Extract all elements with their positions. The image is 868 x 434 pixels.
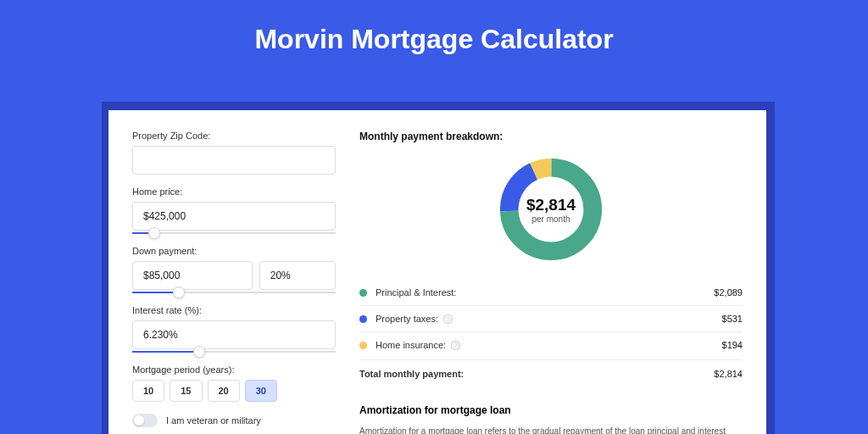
- legend-row: Principal & Interest:$2,089: [359, 280, 743, 306]
- page-title: Morvin Mortgage Calculator: [0, 0, 868, 72]
- info-icon[interactable]: ?: [443, 314, 453, 324]
- total-label: Total monthly payment:: [359, 369, 714, 379]
- slider-fill: [132, 292, 173, 293]
- legend-label: Property taxes:?: [376, 314, 722, 324]
- down-payment-field: Down payment:: [132, 246, 336, 293]
- interest-input[interactable]: [132, 320, 336, 349]
- down-payment-slider[interactable]: [132, 292, 336, 293]
- legend-dot: [359, 342, 367, 349]
- interest-label: Interest rate (%):: [132, 305, 336, 315]
- down-payment-pct-input[interactable]: [259, 261, 336, 290]
- home-price-input[interactable]: [132, 202, 336, 231]
- donut-wrap: $2,814 per month: [359, 154, 743, 264]
- interest-field: Interest rate (%):: [132, 305, 336, 353]
- veteran-toggle[interactable]: [132, 414, 158, 427]
- breakdown-column: Monthly payment breakdown: $2,814 per mo…: [359, 131, 743, 434]
- slider-fill: [132, 232, 148, 234]
- veteran-label: I am veteran or military: [166, 415, 261, 426]
- legend-value: $531: [722, 314, 743, 324]
- slider-thumb[interactable]: [148, 227, 160, 239]
- zip-label: Property Zip Code:: [132, 131, 336, 141]
- amort-title: Amortization for mortgage loan: [359, 404, 743, 416]
- period-btn-20[interactable]: 20: [208, 380, 240, 402]
- period-btn-30[interactable]: 30: [245, 380, 277, 402]
- home-price-slider[interactable]: [132, 232, 336, 234]
- toggle-knob: [134, 415, 144, 426]
- period-field: Mortgage period (years): 10152030: [132, 364, 336, 402]
- legend-value: $2,089: [714, 287, 743, 298]
- period-btn-10[interactable]: 10: [132, 380, 164, 402]
- donut-amount: $2,814: [526, 196, 576, 214]
- donut-center: $2,814 per month: [496, 154, 606, 264]
- legend-row: Home insurance:?$194: [359, 332, 743, 358]
- zip-input[interactable]: [132, 146, 336, 175]
- legend-row: Property taxes:?$531: [359, 306, 743, 332]
- amort-text: Amortization for a mortgage loan refers …: [359, 425, 743, 434]
- down-payment-label: Down payment:: [132, 246, 336, 256]
- slider-fill: [132, 351, 193, 353]
- total-value: $2,814: [714, 369, 743, 379]
- period-btn-15[interactable]: 15: [170, 380, 202, 402]
- veteran-row: I am veteran or military: [132, 414, 336, 427]
- donut-chart: $2,814 per month: [496, 154, 606, 264]
- home-price-field: Home price:: [132, 186, 336, 234]
- info-icon[interactable]: ?: [451, 341, 460, 350]
- form-column: Property Zip Code: Home price: Down paym…: [132, 131, 336, 434]
- slider-thumb[interactable]: [193, 346, 205, 358]
- legend-label: Home insurance:?: [376, 340, 722, 350]
- legend-dot: [359, 315, 367, 323]
- breakdown-title: Monthly payment breakdown:: [359, 131, 743, 142]
- home-price-label: Home price:: [132, 186, 336, 197]
- calculator-card: Property Zip Code: Home price: Down paym…: [108, 110, 766, 434]
- legend-value: $194: [722, 340, 743, 350]
- zip-field: Property Zip Code:: [132, 131, 336, 175]
- legend-dot: [359, 289, 367, 297]
- total-row: Total monthly payment: $2,814: [359, 359, 743, 391]
- period-label: Mortgage period (years):: [132, 364, 336, 375]
- interest-slider[interactable]: [132, 351, 336, 353]
- down-payment-input[interactable]: [132, 261, 253, 290]
- legend-label: Principal & Interest:: [376, 287, 714, 298]
- slider-thumb[interactable]: [173, 287, 185, 298]
- donut-sub: per month: [531, 214, 570, 224]
